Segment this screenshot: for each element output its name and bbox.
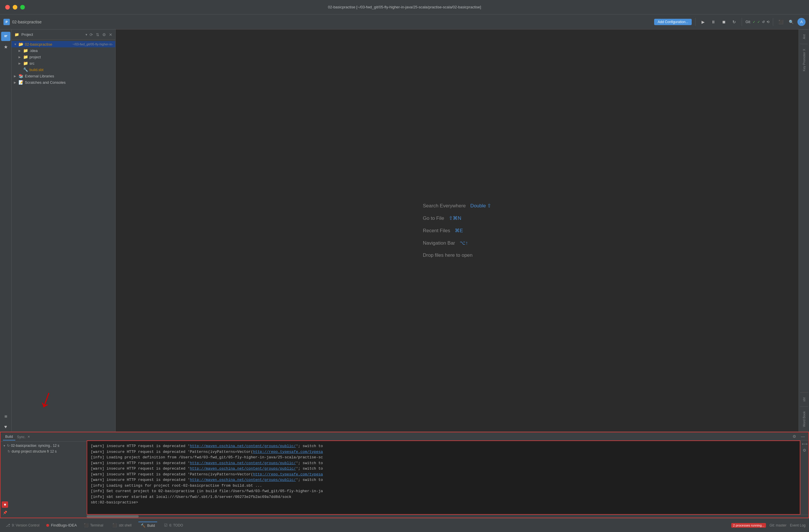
refresh-button[interactable]: ↻ bbox=[730, 18, 738, 26]
build-tab-bottom[interactable]: 🔨 Build bbox=[138, 521, 157, 529]
build-tab-close[interactable]: ✕ bbox=[28, 435, 30, 439]
project-name: 02-basicpractise bbox=[12, 20, 41, 24]
tree-item-build-sbt[interactable]: 🔧 build.sbt bbox=[12, 67, 115, 73]
title-bar: 02-basicpractise [~/03-fwd_git/05-fly-hi… bbox=[0, 0, 809, 15]
word-book-tab[interactable]: Word Book bbox=[800, 406, 808, 431]
sidebar-structure-icon[interactable]: ≡ bbox=[1, 412, 11, 421]
project-label: project bbox=[30, 55, 113, 59]
bottom-toolbar: ⎇ 9: Version Control FindBugs-IDEA ⬛ Ter… bbox=[0, 518, 809, 532]
bottom-section: Build Sync. ✕ ▼ ↻ 02-basicpractise: sync… bbox=[0, 431, 809, 518]
build-root-arrow: ▼ bbox=[3, 444, 6, 447]
scratch-label: Scratches and Consoles bbox=[25, 80, 113, 85]
git-diff[interactable]: ⟲ bbox=[767, 20, 770, 24]
avatar[interactable]: A bbox=[797, 18, 806, 26]
svg-rect-2 bbox=[4, 36, 7, 37]
minimize-button[interactable] bbox=[13, 5, 17, 10]
hint-goto: Go to File ⇧⌘N bbox=[423, 215, 492, 221]
terminal-tab[interactable]: ⬛ Terminal bbox=[82, 522, 105, 529]
pin-icon[interactable]: 📌 bbox=[2, 510, 8, 516]
stop-button[interactable]: ⏹ bbox=[720, 18, 728, 26]
build-icons: ■ 📌 bbox=[1, 500, 87, 517]
search-shortcut: Double ⇧ bbox=[470, 203, 492, 209]
sbt-icon-btn: ⬛ bbox=[113, 523, 117, 527]
run-button[interactable]: ▶ bbox=[699, 18, 707, 26]
maximize-button[interactable] bbox=[20, 5, 25, 10]
console-close-icon[interactable]: — bbox=[800, 433, 806, 440]
git-check1: ✓ bbox=[753, 20, 756, 24]
build-left-panel: Build Sync. ✕ ▼ ↻ 02-basicpractise: sync… bbox=[0, 432, 87, 518]
console-settings-icon[interactable]: ⚙ bbox=[791, 433, 797, 440]
sidebar-project-icon[interactable] bbox=[1, 32, 11, 41]
root-arrow: ▼ bbox=[14, 43, 17, 46]
event-log-label[interactable]: Event Log bbox=[790, 523, 806, 527]
sbt-label: build.sbt bbox=[30, 68, 113, 72]
console-line-8: [info] Set current project to 02-basicpr… bbox=[91, 489, 796, 494]
vc-label: 9: Version Control bbox=[12, 523, 39, 527]
search-label: Search Everywhere bbox=[423, 203, 466, 209]
console-h-scrollbar-thumb[interactable] bbox=[87, 515, 139, 517]
build-tree-item-root[interactable]: ▼ ↻ 02-basicpractise: syncing.. 12 s bbox=[1, 443, 87, 448]
git-status: Git: ✓ ✓ ↺ ⟲ bbox=[745, 20, 770, 24]
hint-drop: Drop files here to open bbox=[423, 252, 492, 258]
console-line-6: [warn] insecure HTTP request is deprecat… bbox=[91, 477, 796, 483]
goto-shortcut: ⇧⌘N bbox=[449, 215, 461, 221]
window-title: 02-basicpractise [~/03-fwd_git/05-fly-hi… bbox=[328, 5, 481, 9]
sbt-tab[interactable]: sbt bbox=[800, 392, 808, 406]
terminal-icon[interactable]: ⬛ bbox=[777, 18, 785, 26]
sbt-shell-tab[interactable]: ⬛ sbt shell bbox=[110, 522, 134, 529]
tree-item-project[interactable]: ▶ 📁 project bbox=[12, 54, 115, 60]
project-panel-dropdown[interactable]: ▾ bbox=[86, 33, 87, 37]
todo-label: 6: TODO bbox=[169, 523, 183, 527]
traffic-lights[interactable] bbox=[5, 5, 25, 10]
close-panel-icon[interactable]: ✕ bbox=[109, 32, 113, 37]
hint-nav: Navigation Bar ⌥↑ bbox=[423, 240, 492, 246]
build-dump-icon: ↻ bbox=[7, 449, 11, 454]
console-line-5: [warn] insecure HTTP request is deprecat… bbox=[91, 472, 796, 477]
scratch-icon: 📝 bbox=[18, 80, 24, 85]
console-line-10: sbt:02-basicpractise> bbox=[91, 500, 796, 506]
panel-header-icons: ⟳ ⇅ ⚙ ✕ bbox=[90, 32, 113, 37]
key-promoter-tab[interactable]: Key Promoter X bbox=[800, 44, 808, 76]
findbugs-label: FindBugs-IDEA bbox=[51, 523, 77, 527]
stop-icon[interactable]: ■ bbox=[2, 501, 8, 508]
tree-item-root[interactable]: ▼ 📂 02-basicpractise ~/03-fwd_git/05-fly… bbox=[12, 41, 115, 47]
main-area: ★ ≡ ♥ 📁 Project ▾ ⟳ ⇅ ⚙ ✕ ▼ 📂 02-basicpr… bbox=[0, 30, 809, 431]
ext-label: External Libraries bbox=[25, 74, 113, 78]
console-output: [warn] insecure HTTP request is deprecat… bbox=[87, 440, 800, 515]
sidebar-favorites-icon[interactable]: ♥ bbox=[1, 422, 11, 431]
console-h-scrollbar[interactable] bbox=[87, 515, 808, 517]
findbugs-tab[interactable]: FindBugs-IDEA bbox=[46, 523, 77, 527]
settings-icon[interactable]: ⚙ bbox=[102, 32, 106, 37]
build-tree-item-dump[interactable]: ↻ dump project structure fr 12 s bbox=[1, 448, 87, 454]
sync-icon[interactable]: ⟳ bbox=[90, 32, 93, 37]
version-control-tab[interactable]: ⎇ 9: Version Control bbox=[3, 522, 41, 529]
collapse-icon[interactable]: ⇅ bbox=[96, 32, 99, 37]
close-button[interactable] bbox=[5, 5, 10, 10]
build-tab[interactable]: Build bbox=[3, 433, 15, 440]
console-line-0: [warn] insecure HTTP request is deprecat… bbox=[91, 443, 796, 449]
console-filter-icon[interactable]: ⚙ bbox=[803, 448, 806, 453]
build-tree: ▼ ↻ 02-basicpractise: syncing.. 12 s ↻ d… bbox=[1, 442, 87, 500]
search-icon[interactable]: 🔍 bbox=[787, 18, 795, 26]
top-toolbar: P 02-basicpractise Add Configuration... … bbox=[0, 15, 809, 30]
pause-button[interactable]: ⏸ bbox=[709, 18, 718, 26]
console-wrap-icon[interactable]: ⟷ bbox=[802, 442, 808, 446]
tree-item-external-libs[interactable]: ▶ 📚 External Libraries bbox=[12, 73, 115, 79]
svg-rect-1 bbox=[4, 35, 7, 36]
tree-item-scratches[interactable]: ▶ 📝 Scratches and Consoles bbox=[12, 79, 115, 86]
add-configuration-button[interactable]: Add Configuration... bbox=[654, 19, 692, 25]
hint-search: Search Everywhere Double ⇧ bbox=[423, 203, 492, 209]
console-line-3: [warn] insecure HTTP request is deprecat… bbox=[91, 460, 796, 466]
git-check2: ✓ bbox=[757, 20, 760, 24]
scratch-arrow: ▶ bbox=[14, 81, 17, 84]
vc-icon: ⎇ bbox=[6, 523, 10, 527]
ant-tab[interactable]: Ant bbox=[800, 30, 808, 44]
git-history[interactable]: ↺ bbox=[762, 20, 765, 24]
src-icon: 📁 bbox=[23, 61, 28, 66]
todo-tab[interactable]: ☑ 6: TODO bbox=[162, 522, 186, 529]
ext-arrow: ▶ bbox=[14, 74, 17, 78]
tree-item-idea[interactable]: ▶ 📁 .idea bbox=[12, 47, 115, 54]
sidebar-bookmark-icon[interactable]: ★ bbox=[1, 42, 11, 51]
project-panel: 📁 Project ▾ ⟳ ⇅ ⚙ ✕ ▼ 📂 02-basicpractise… bbox=[12, 30, 116, 431]
tree-item-src[interactable]: ▶ 📁 src bbox=[12, 60, 115, 67]
